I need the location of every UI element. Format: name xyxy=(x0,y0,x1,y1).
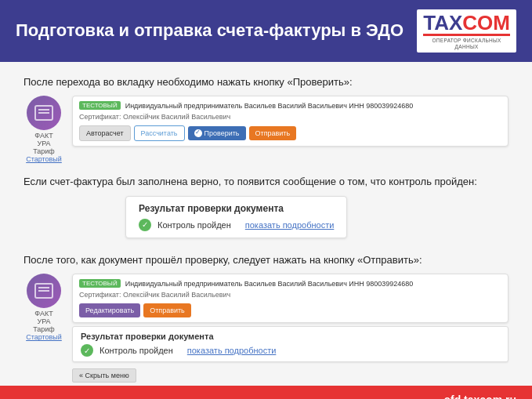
autocount-button[interactable]: Авторасчет xyxy=(79,125,131,141)
result-text-2: Контроль пройден xyxy=(100,346,173,355)
section-2: Если счет-фактура был заполнена верно, т… xyxy=(24,174,508,241)
result-box-1: Результат проверки документа ✓ Контроль … xyxy=(125,196,347,238)
tariff-link-2[interactable]: Стартовый xyxy=(26,333,62,341)
panel2-top: ТЕСТОВЫЙ Индивидуальный предприниматель … xyxy=(79,279,501,288)
logo-subtitle: ОПЕРАТОР ФИСКАЛЬНЫХ ДАННЫХ xyxy=(423,38,510,51)
logo-wrapper: TAX COM ОПЕРАТОР ФИСКАЛЬНЫХ ДАННЫХ xyxy=(417,9,516,53)
check-circle-1: ✓ xyxy=(139,219,151,231)
hide-menu-button[interactable]: « Скрыть меню xyxy=(72,368,136,383)
check-circle-2: ✓ xyxy=(81,344,93,357)
logo-tax: TAX xyxy=(423,13,462,33)
icon-label-2: ФАКТУРА xyxy=(34,310,52,325)
panel1-buttons: Авторасчет Рассчитать Проверить Отправит… xyxy=(79,125,501,141)
header: Подготовка и отправка счета-фактуры в ЭД… xyxy=(0,0,532,62)
show-details-link-2[interactable]: показать подробности xyxy=(187,346,277,355)
main-content: После перехода во вкладку необходимо наж… xyxy=(0,62,532,386)
section2-text: Если счет-фактура был заполнена верно, т… xyxy=(24,174,508,190)
check-icon xyxy=(194,129,202,137)
status-badge-1: ТЕСТОВЫЙ xyxy=(79,101,121,110)
menu-area: « Скрыть меню Документооборот xyxy=(72,367,508,386)
right-panel-content: ТЕСТОВЫЙ Индивидуальный предприниматель … xyxy=(72,274,508,386)
section1-text: После перехода во вкладку необходимо наж… xyxy=(24,74,508,90)
panel1-top: ТЕСТОВЫЙ Индивидуальный предприниматель … xyxy=(79,101,501,110)
icon-inner-2 xyxy=(34,283,53,299)
tariff-label-1: Тариф xyxy=(33,147,55,155)
result-row-1: ✓ Контроль пройден показать подробности xyxy=(139,219,334,231)
panel1-cert: Сертификат: Олексійчик Василий Васильеви… xyxy=(79,113,501,121)
panel1-info: Индивидуальный предприниматель Васильев … xyxy=(125,102,414,110)
edit-button[interactable]: Редактировать xyxy=(79,303,140,317)
icon-label-1: ФАКТУРА xyxy=(34,132,52,147)
small-result-box: Результат проверки документа ✓ Контроль … xyxy=(72,326,508,362)
small-result-title: Результат проверки документа xyxy=(81,332,500,341)
logo-com: COM xyxy=(462,13,510,33)
result-text-1: Контроль пройден xyxy=(157,220,231,230)
icon-circle-1 xyxy=(27,96,61,130)
section-1: После перехода во вкладку необходимо наж… xyxy=(24,74,508,164)
result-row-2: ✓ Контроль пройден показать подробности xyxy=(81,344,500,357)
ui-panel-2: ТЕСТОВЫЙ Индивидуальный предприниматель … xyxy=(72,274,508,323)
app-icon-2: ФАКТУРА Тариф Стартовый xyxy=(24,274,64,341)
status-badge-2: ТЕСТОВЫЙ xyxy=(79,279,121,288)
show-details-link-1[interactable]: показать подробности xyxy=(245,220,335,230)
section3-text: После того, как документ прошёл проверку… xyxy=(24,252,508,268)
page-title: Подготовка и отправка счета-фактуры в ЭД… xyxy=(16,20,404,41)
send-button-2[interactable]: Отправить xyxy=(143,303,191,317)
icon-inner-1 xyxy=(34,105,53,121)
panel2-cert: Сертификат: Олексійчик Василий Васильеви… xyxy=(79,291,501,299)
app-icon-1: ФАКТУРА Тариф Стартовый xyxy=(24,96,64,163)
tariff-label-2: Тариф xyxy=(33,325,55,333)
section3-screenshot: ФАКТУРА Тариф Стартовый ТЕСТОВЫЙ Индивид… xyxy=(24,274,508,386)
calculate-button[interactable]: Рассчитать xyxy=(134,125,185,141)
panel2-info: Индивидуальный предприниматель Васильев … xyxy=(125,280,414,288)
footer-url[interactable]: ofd.taxcom.ru xyxy=(443,394,516,399)
result-title-1: Результат проверки документа xyxy=(139,203,334,214)
panel2-buttons: Редактировать Отправить xyxy=(79,303,501,317)
icon-circle-2 xyxy=(27,274,61,308)
send-button-1[interactable]: Отправить xyxy=(249,126,297,140)
check-button[interactable]: Проверить xyxy=(188,126,246,140)
section1-screenshot: ФАКТУРА Тариф Стартовый ТЕСТОВЫЙ Индивид… xyxy=(24,96,508,163)
logo-area: TAX COM ОПЕРАТОР ФИСКАЛЬНЫХ ДАННЫХ xyxy=(417,9,516,53)
footer: ofd.taxcom.ru xyxy=(0,386,532,399)
logo-top-line: TAX COM xyxy=(423,13,510,33)
tariff-link-1[interactable]: Стартовый xyxy=(26,155,62,163)
ui-panel-1: ТЕСТОВЫЙ Индивидуальный предприниматель … xyxy=(72,96,508,147)
section-3: После того, как документ прошёл проверку… xyxy=(24,252,508,386)
